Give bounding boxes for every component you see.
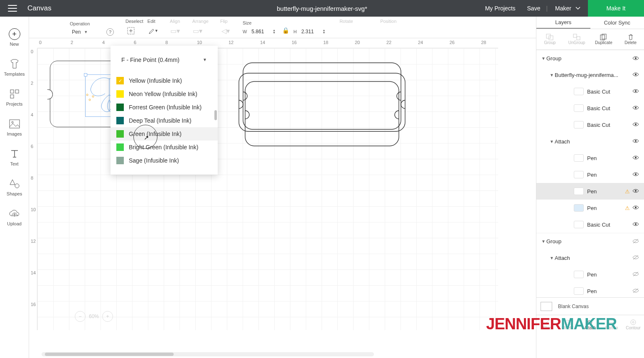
canvas[interactable]: 0246810121416182022242628 0246810121416 … bbox=[29, 38, 498, 330]
tab-color-sync[interactable]: Color Sync bbox=[590, 17, 644, 29]
width-label: W bbox=[243, 29, 247, 34]
shapes-button[interactable]: Shapes bbox=[0, 172, 29, 202]
zoom-in-button[interactable]: + bbox=[102, 311, 113, 322]
chevron-down-icon[interactable]: ▼ bbox=[541, 56, 546, 61]
operation-help-button[interactable]: ? bbox=[106, 28, 114, 36]
images-button[interactable]: Images bbox=[0, 112, 29, 142]
layer-item[interactable]: Pen bbox=[536, 150, 644, 166]
flatten-icon bbox=[608, 319, 615, 325]
aspect-lock-icon[interactable]: 🔒 bbox=[282, 27, 289, 34]
svg-point-29 bbox=[635, 207, 637, 208]
ticket-shapes-large[interactable] bbox=[237, 61, 407, 148]
my-projects-link[interactable]: My Projects bbox=[479, 5, 521, 12]
operation-dropdown[interactable]: Pen▼ bbox=[70, 28, 102, 36]
size-label: Size bbox=[243, 20, 328, 25]
eye-icon[interactable] bbox=[632, 121, 639, 128]
layer-item[interactable]: Basic Cut bbox=[536, 116, 644, 133]
layer-item[interactable]: Pen⚠ bbox=[536, 183, 644, 200]
pen-color-option[interactable]: Bright Green (Infusible Ink) bbox=[111, 141, 218, 154]
width-stepper[interactable]: ▲▼ bbox=[273, 29, 275, 34]
upload-button[interactable]: Upload bbox=[0, 202, 29, 232]
svg-rect-15 bbox=[549, 36, 553, 40]
delete-action[interactable]: Delete bbox=[617, 29, 644, 49]
deselect-button[interactable] bbox=[125, 25, 136, 36]
layer-label: Pen bbox=[587, 155, 597, 161]
edit-menu-button[interactable]: ▼ bbox=[147, 25, 158, 36]
eye-off-icon[interactable] bbox=[632, 254, 639, 261]
eye-icon[interactable] bbox=[632, 55, 639, 62]
pen-color-option[interactable]: Deep Teal (Infusible Ink) bbox=[111, 114, 218, 127]
svg-point-10 bbox=[92, 96, 94, 97]
chevron-down-icon[interactable]: ▼ bbox=[549, 256, 555, 260]
eye-icon[interactable] bbox=[632, 171, 639, 178]
layer-item[interactable]: ▼Butterfly-mug-jenniferma... bbox=[536, 67, 644, 83]
eye-off-icon[interactable] bbox=[632, 238, 639, 245]
layer-item[interactable]: Pen bbox=[536, 266, 644, 283]
projects-button[interactable]: Projects bbox=[0, 82, 29, 112]
layer-group-header[interactable]: ▼Group bbox=[536, 50, 644, 67]
layer-swatch bbox=[574, 171, 584, 178]
height-input[interactable] bbox=[299, 28, 320, 35]
menu-button[interactable] bbox=[0, 0, 25, 17]
eye-icon[interactable] bbox=[632, 105, 639, 111]
templates-button[interactable]: Templates bbox=[0, 52, 29, 82]
zoom-out-button[interactable]: − bbox=[75, 311, 86, 322]
pen-type-dropdown[interactable]: F - Fine Point (0.4mm) ▼ bbox=[116, 52, 212, 67]
width-input[interactable] bbox=[249, 28, 270, 35]
eye-off-icon[interactable] bbox=[632, 288, 639, 294]
duplicate-action[interactable]: Duplicate bbox=[590, 29, 617, 49]
save-button[interactable]: Save bbox=[521, 5, 546, 12]
make-it-button[interactable]: Make It bbox=[588, 0, 644, 17]
height-stepper[interactable]: ▲▼ bbox=[322, 29, 325, 34]
ruler-vertical: 0246810121416 bbox=[29, 48, 37, 330]
pen-color-option[interactable]: Neon Yellow (Infusible Ink) bbox=[111, 87, 218, 101]
color-swatch bbox=[116, 143, 124, 151]
eye-icon[interactable] bbox=[632, 72, 639, 78]
svg-rect-1 bbox=[10, 90, 14, 93]
eye-off-icon[interactable] bbox=[632, 271, 639, 278]
svg-point-31 bbox=[565, 320, 570, 324]
layer-item[interactable]: Basic Cut bbox=[536, 216, 644, 233]
left-tool-rail: + New Templates Projects Images Text Sha… bbox=[0, 17, 29, 358]
machine-selector[interactable]: Maker bbox=[548, 5, 588, 12]
eye-icon[interactable] bbox=[632, 221, 639, 228]
layer-group-header[interactable]: ▼Attach bbox=[536, 133, 644, 150]
tab-layers[interactable]: Layers bbox=[536, 17, 590, 29]
text-button[interactable]: Text bbox=[0, 142, 29, 172]
grid[interactable] bbox=[37, 48, 498, 330]
pen-color-option[interactable]: Forrest Green (Infusible Ink) bbox=[111, 101, 218, 114]
pen-color-list[interactable]: ✓Yellow (Infusible Ink)Neon Yellow (Infu… bbox=[111, 74, 218, 172]
ruler-tick: 10 bbox=[197, 40, 202, 45]
layer-item[interactable]: Basic Cut bbox=[536, 100, 644, 116]
eye-icon[interactable] bbox=[632, 188, 639, 195]
layer-swatch bbox=[574, 188, 584, 195]
popup-scrollbar-thumb[interactable] bbox=[214, 110, 217, 120]
eye-icon[interactable] bbox=[632, 155, 639, 161]
layer-item[interactable]: Pen bbox=[536, 283, 644, 299]
new-button[interactable]: + New bbox=[0, 22, 29, 52]
pen-color-option[interactable]: ✓Yellow (Infusible Ink) bbox=[111, 74, 218, 87]
layer-item[interactable]: Basic Cut bbox=[536, 83, 644, 100]
pen-color-option[interactable]: Sage (Infusible Ink) bbox=[111, 154, 218, 167]
ruler-tick: 12 bbox=[229, 40, 234, 45]
layer-label: Basic Cut bbox=[587, 122, 610, 128]
eye-icon[interactable] bbox=[632, 205, 639, 211]
eye-icon[interactable] bbox=[632, 138, 639, 145]
svg-point-35 bbox=[632, 321, 634, 323]
attach-action[interactable]: Attach bbox=[580, 315, 601, 334]
chevron-down-icon[interactable]: ▼ bbox=[549, 139, 555, 144]
pen-color-option[interactable]: Green (Infusible Ink) bbox=[111, 127, 218, 141]
chevron-down-icon[interactable]: ▼ bbox=[541, 239, 546, 244]
scrollbar-thumb[interactable] bbox=[45, 353, 174, 356]
layer-group-header[interactable]: ▼Attach bbox=[536, 249, 644, 266]
eye-icon[interactable] bbox=[632, 88, 639, 95]
blank-canvas-row[interactable]: Blank Canvas bbox=[536, 297, 644, 315]
layer-item[interactable]: Pen⚠ bbox=[536, 200, 644, 216]
chevron-down-icon[interactable]: ▼ bbox=[549, 73, 555, 77]
layer-label: Butterfly-mug-jenniferma... bbox=[555, 72, 618, 78]
right-panel: Layers Color Sync Group UnGroup Duplicat… bbox=[536, 17, 644, 358]
position-label: Position bbox=[380, 19, 430, 24]
canvas-h-scrollbar[interactable] bbox=[42, 352, 374, 356]
layer-group-header[interactable]: ▼Group bbox=[536, 233, 644, 249]
layer-item[interactable]: Pen bbox=[536, 166, 644, 183]
